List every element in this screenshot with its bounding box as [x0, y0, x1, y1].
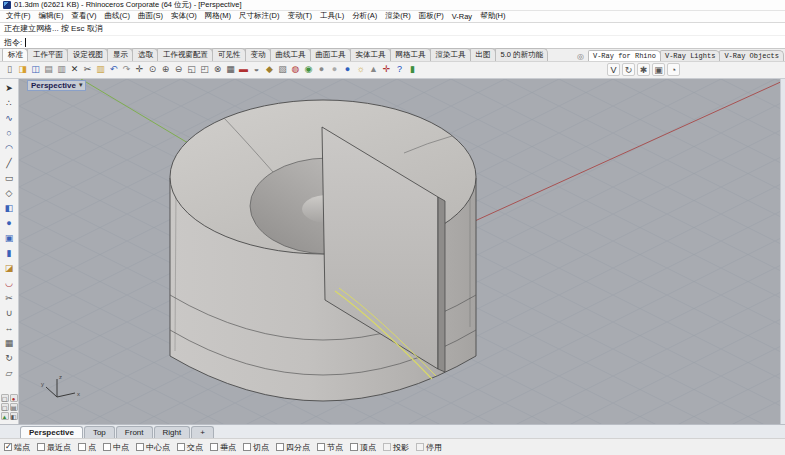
osnap-end[interactable]: 端点 [4, 442, 30, 453]
print-icon[interactable]: ▤ [42, 63, 55, 76]
checkbox-icon[interactable] [136, 443, 144, 451]
polygon-icon[interactable]: ◇ [2, 186, 17, 201]
menu-render[interactable]: 渲染(R) [381, 11, 414, 21]
checkbox-icon[interactable] [243, 443, 251, 451]
osnap-quadrant[interactable]: 四分点 [276, 442, 310, 453]
menu-mesh[interactable]: 网格(M) [201, 11, 235, 21]
tab-display[interactable]: 显示 [107, 48, 133, 61]
zoom-out-icon[interactable]: ⊖ [172, 63, 185, 76]
curve-icon[interactable]: ∿ [2, 111, 17, 126]
menu-solid[interactable]: 实体(O) [167, 11, 201, 21]
notes-icon[interactable]: ▢ [1, 403, 9, 411]
named-views-icon[interactable]: ▢ [1, 394, 9, 402]
join-icon[interactable]: ∪ [2, 306, 17, 321]
tab-transform[interactable]: 变动 [245, 48, 271, 61]
osnap-disable[interactable]: 停用 [416, 442, 442, 453]
osnap-knot[interactable]: 节点 [317, 442, 343, 453]
zoom-selected-icon[interactable]: ⊗ [211, 63, 224, 76]
tab-mesh-tools[interactable]: 网格工具 [390, 48, 431, 61]
show-objects-icon[interactable]: ◒ [250, 63, 263, 76]
rectangle-icon[interactable]: ▭ [2, 171, 17, 186]
osnap-project[interactable]: 投影 [383, 442, 409, 453]
viewport-title-dropdown[interactable]: Perspective ▾ [27, 80, 86, 91]
zoom-in-icon[interactable]: ⊕ [159, 63, 172, 76]
tab-curve-tools[interactable]: 曲线工具 [270, 48, 311, 61]
checkbox-icon[interactable] [78, 443, 86, 451]
hide-objects-icon[interactable]: ▬ [237, 63, 250, 76]
trim-icon[interactable]: ✂ [2, 291, 17, 306]
tab-drafting[interactable]: 出图 [470, 48, 496, 61]
tab-new-in-v5[interactable]: 5.0 的新功能 [495, 48, 549, 61]
checkbox-icon[interactable] [276, 443, 284, 451]
sphere-icon[interactable]: ● [2, 216, 17, 231]
vray-render-icon[interactable]: ↻ [622, 63, 635, 76]
tab-set-view[interactable]: 设定视图 [67, 48, 108, 61]
checkbox-icon[interactable] [177, 443, 185, 451]
tab-new-viewport[interactable]: + [191, 426, 214, 438]
menu-tools[interactable]: 工具(L) [316, 11, 348, 21]
tab-render-tools[interactable]: 渲染工具 [430, 48, 471, 61]
vray-frame-buffer-icon[interactable]: ▣ [652, 63, 665, 76]
gumball-icon[interactable]: ✛ [380, 63, 393, 76]
delete-icon[interactable]: ✕ [68, 63, 81, 76]
save-icon[interactable]: ◫ [29, 63, 42, 76]
properties-panel-icon[interactable]: ◧ [10, 412, 18, 420]
tab-front[interactable]: Front [116, 426, 153, 438]
menu-help[interactable]: 帮助(H) [476, 11, 509, 21]
shaded-display-icon[interactable]: ◉ [302, 63, 315, 76]
polyline-icon[interactable]: ╱ [2, 156, 17, 171]
rendered-display-icon[interactable]: ● [315, 63, 328, 76]
osnap-perpendicular[interactable]: 垂点 [210, 442, 236, 453]
toolbar-options-icon[interactable]: ◎ [573, 52, 588, 61]
ghosted-display-icon[interactable]: ● [328, 63, 341, 76]
scale-icon[interactable]: ↔ [2, 321, 17, 336]
lock-objects-icon[interactable]: ◆ [263, 63, 276, 76]
vray-logo-icon[interactable]: V [607, 63, 620, 76]
menu-analyze[interactable]: 分析(A) [348, 11, 381, 21]
menu-vray[interactable]: V-Ray [448, 12, 476, 21]
osnap-tangent[interactable]: 切点 [243, 442, 269, 453]
tab-right[interactable]: Right [154, 426, 191, 438]
tab-cplanes[interactable]: 工作平面 [27, 48, 68, 61]
circle-icon[interactable]: ○ [2, 126, 17, 141]
checkbox-icon[interactable] [350, 443, 358, 451]
checkbox-icon[interactable] [103, 443, 111, 451]
open-folder-icon[interactable]: ◨ [16, 63, 29, 76]
tab-surface-tools[interactable]: 曲面工具 [310, 48, 351, 61]
wireframe-display-icon[interactable]: ◍ [289, 63, 302, 76]
display-panel-icon[interactable]: ▲ [1, 412, 9, 420]
raytraced-display-icon[interactable]: ● [341, 63, 354, 76]
zoom-dynamic-icon[interactable]: ⊙ [146, 63, 159, 76]
checkbox-icon[interactable] [317, 443, 325, 451]
vray-material-editor-icon[interactable]: ◔ [667, 63, 680, 76]
box-icon[interactable]: ▣ [2, 231, 17, 246]
redo-icon[interactable]: ↷ [120, 63, 133, 76]
menu-dimension[interactable]: 尺寸标注(D) [235, 11, 283, 21]
menu-file[interactable]: 文件(F) [2, 11, 35, 21]
copy-icon[interactable]: ▥ [55, 63, 68, 76]
boolean-icon[interactable]: ◪ [2, 261, 17, 276]
zoom-extents-icon[interactable]: ◰ [198, 63, 211, 76]
grid-snap-icon[interactable]: ▦ [224, 63, 237, 76]
menu-edit[interactable]: 编辑(E) [35, 11, 68, 21]
undo-icon[interactable]: ↶ [107, 63, 120, 76]
checkbox-icon[interactable] [210, 443, 218, 451]
record-history-icon[interactable]: ● [10, 394, 18, 402]
fin-plane-edge[interactable] [438, 197, 445, 372]
cut-icon[interactable]: ✂ [81, 63, 94, 76]
menu-view[interactable]: 查看(V) [68, 11, 101, 21]
tab-top[interactable]: Top [84, 426, 115, 438]
paste-icon[interactable]: ▥ [94, 63, 107, 76]
cplane-icon[interactable]: ▱ [2, 366, 17, 381]
menu-transform[interactable]: 变动(T) [284, 11, 317, 21]
array-icon[interactable]: ▦ [2, 336, 17, 351]
layers-icon[interactable]: ▧ [276, 63, 289, 76]
layers-panel-icon[interactable]: ▤ [10, 403, 18, 411]
checkbox-icon[interactable] [416, 443, 424, 451]
menu-panels[interactable]: 面板(P) [415, 11, 448, 21]
tab-viewport-layout[interactable]: 工作视窗配置 [157, 48, 213, 61]
tab-vray-for-rhino[interactable]: V-Ray for Rhino [588, 50, 661, 61]
spotlight-icon[interactable]: ▲ [367, 63, 380, 76]
osnap-center[interactable]: 中心点 [136, 442, 170, 453]
osnap-mid[interactable]: 中点 [103, 442, 129, 453]
